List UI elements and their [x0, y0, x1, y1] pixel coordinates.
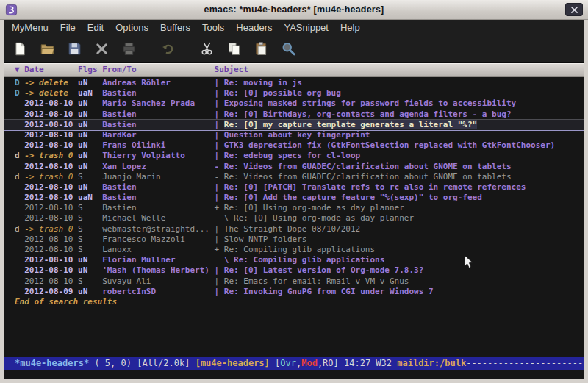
modeline-segment: Ovr	[280, 358, 296, 368]
window-title: emacs: *mu4e-headers* [mu4e-headers]	[0, 4, 588, 15]
modeline-segment: maildir:/bulk	[397, 358, 466, 368]
message-flags: uN	[78, 130, 102, 140]
emacs-window: emacs: *mu4e-headers* [mu4e-headers] MyM…	[0, 0, 588, 383]
message-flags: uN	[78, 140, 102, 150]
message-mark	[15, 99, 24, 108]
menu-item-file[interactable]: File	[54, 21, 82, 34]
message-date: 2012-08-10	[24, 99, 78, 108]
menu-item-yasnippet[interactable]: YASnippet	[278, 21, 334, 34]
message-flags: uaN	[78, 193, 102, 202]
menu-item-tools[interactable]: Tools	[196, 21, 230, 34]
message-from: HardKor	[102, 130, 214, 140]
mode-line[interactable]: *mu4e-headers* ( 5, 0) [All/2.0k] [mu4e-…	[4, 357, 584, 370]
message-date: 2012-08-10	[24, 182, 78, 192]
message-row[interactable]: 2012-08-10 S Suvayu Ali | Re: Emacs for …	[4, 276, 584, 287]
message-row[interactable]: 2012-08-09 uN robertcInSD | Re: Invoking…	[4, 287, 584, 297]
titlebar[interactable]: emacs: *mu4e-headers* [mu4e-headers]	[0, 0, 588, 20]
message-date: 2012-08-10	[24, 276, 78, 286]
message-row[interactable]: 2012-08-10 uN 'Mash (Thomas Herbert) | R…	[4, 265, 584, 276]
message-date: -> trash 0	[24, 224, 78, 234]
copy-button[interactable]	[223, 37, 245, 60]
message-subject: | Question about key fingerprint	[215, 130, 370, 140]
message-from: Juanjo Marin	[102, 172, 214, 182]
message-row[interactable]: d -> trash 0 uN Thierry Volpiatto | Re: …	[4, 151, 584, 161]
message-row[interactable]: 2012-08-10 uN HardKor | Question about k…	[4, 130, 584, 140]
message-from: Bastien	[102, 182, 214, 192]
message-flags: S	[78, 203, 102, 212]
message-mark	[15, 130, 24, 140]
column-header-date: Date	[24, 65, 78, 74]
menu-item-edit[interactable]: Edit	[82, 21, 110, 34]
message-row[interactable]: 2012-08-10 uaN Bastien | Re: [0] Add the…	[4, 193, 584, 203]
cut-button[interactable]	[196, 37, 218, 60]
message-date: -> delete	[24, 88, 78, 98]
modeline-segment: *mu4e-headers*	[15, 358, 89, 368]
paste-clipboard-icon	[254, 41, 269, 57]
message-row[interactable]: D -> delete uN Andreas Röhler | Re: movi…	[4, 78, 584, 88]
menu-item-mymenu[interactable]: MyMenu	[6, 21, 54, 34]
message-subject: \ Re: [O] Using org-mode as day planner	[215, 213, 415, 223]
message-subject: | Re: [0] [PATCH] Translate refs to rc a…	[215, 182, 526, 192]
message-mark	[15, 162, 24, 171]
menu-item-help[interactable]: Help	[334, 21, 366, 34]
message-mark	[15, 265, 24, 275]
menu-item-buffers[interactable]: Buffers	[154, 21, 196, 34]
message-row[interactable]: 2012-08-10 uN Xan Lopez - Re: Videos fro…	[4, 162, 584, 172]
message-row[interactable]: d -> trash 0 S webmaster@straightd... | …	[4, 224, 584, 235]
open-file-button[interactable]	[36, 37, 59, 60]
message-row[interactable]: 2012-08-10 S Michael Welle \ Re: [O] Usi…	[4, 213, 584, 223]
modeline-segment: ,RO]	[318, 358, 344, 368]
open-folder-icon	[40, 41, 55, 57]
cut-scissors-icon	[199, 41, 215, 57]
message-subject: - Re: Videos from GUADEC/clarification a…	[215, 172, 512, 182]
message-row[interactable]: 2012-08-10 uN Florian Müllner \ Re: Comp…	[4, 255, 584, 265]
message-row[interactable]: 2012-08-10 S Francesco Mazzoli | Slow NN…	[4, 235, 584, 245]
buffer[interactable]: D -> delete uN Andreas Röhler | Re: movi…	[4, 77, 584, 357]
message-row[interactable]: 2012-08-10 uN Bastien | Re: [0] Birthday…	[4, 110, 584, 120]
message-subject: + Re: [0] Using org-mode as day planner	[215, 203, 404, 212]
paste-button[interactable]	[250, 37, 273, 60]
message-from: Xan Lopez	[102, 162, 214, 171]
kill-buffer-button[interactable]	[90, 37, 113, 60]
message-subject: | The Straight Dope 08/10/2012	[215, 224, 361, 234]
message-subject: | Re: [0] Birthdays, org-contacts and ag…	[215, 110, 512, 119]
message-row[interactable]: 2012-08-10 uN Bastien | Re: [0] [PATCH] …	[4, 182, 584, 193]
modeline-segment: 14:27 W32	[344, 358, 397, 368]
message-flags: S	[78, 224, 102, 234]
message-date: -> delete	[24, 78, 78, 87]
modeline-segment: ( 5, 0) [All/2.0k]	[89, 358, 196, 368]
undo-button	[157, 37, 179, 60]
message-subject: | Re: Invoking GnuPG from CGI under Wind…	[215, 287, 434, 296]
message-row[interactable]: D -> delete uaN Bastien | Re: [0] possib…	[4, 88, 584, 99]
menu-item-headers[interactable]: Headers	[230, 21, 278, 34]
message-date: 2012-08-10	[24, 193, 78, 202]
message-flags: S	[78, 276, 102, 286]
mode-line-text: *mu4e-headers* ( 5, 0) [All/2.0k] [mu4e-…	[15, 358, 584, 368]
minibuffer-echo-area[interactable]	[4, 370, 584, 379]
message-row[interactable]: 2012-08-10 uN Frans Oilinki | GTK3 depre…	[4, 140, 584, 151]
message-mark	[15, 287, 24, 296]
message-row[interactable]: 2012-08-10 uN Mario Sanchez Prada | Expo…	[4, 99, 584, 109]
message-subject: | Re: [0] possible org bug	[215, 88, 341, 98]
message-row[interactable]: 2012-08-10 uN Bastien | Re: [O] my captu…	[4, 120, 584, 130]
save-button[interactable]	[63, 37, 86, 60]
column-header-row[interactable]: ▼ Date Flgs From/To Subject	[4, 64, 584, 76]
message-mark	[15, 182, 24, 192]
message-from: Florian Müllner	[102, 255, 214, 265]
menu-item-options[interactable]: Options	[110, 21, 154, 34]
message-row[interactable]: 2012-08-10 S Bastien + Re: [0] Using org…	[4, 203, 584, 213]
message-row[interactable]: 2012-08-10 S Lanoxx + Re: Compiling glib…	[4, 245, 584, 255]
close-button[interactable]	[565, 3, 583, 16]
message-row[interactable]: d -> trash 0 S Juanjo Marin - Re: Videos…	[4, 172, 584, 182]
message-date: 2012-08-10	[24, 203, 78, 212]
header-line[interactable]: ▼ Date Flgs From/To Subject	[4, 63, 584, 77]
modeline-segment: [mu4e-headers]	[196, 358, 270, 368]
new-file-button[interactable]	[9, 37, 32, 60]
message-mark: D	[15, 78, 24, 87]
message-subject: \ Re: Compiling glib applications	[215, 255, 385, 265]
message-from: Andreas Röhler	[102, 78, 214, 87]
window-icon[interactable]	[5, 4, 18, 16]
message-from: Francesco Mazzoli	[102, 235, 214, 244]
message-subject: Re: [O] my capture template generates a …	[224, 120, 477, 129]
search-button[interactable]	[277, 37, 300, 60]
